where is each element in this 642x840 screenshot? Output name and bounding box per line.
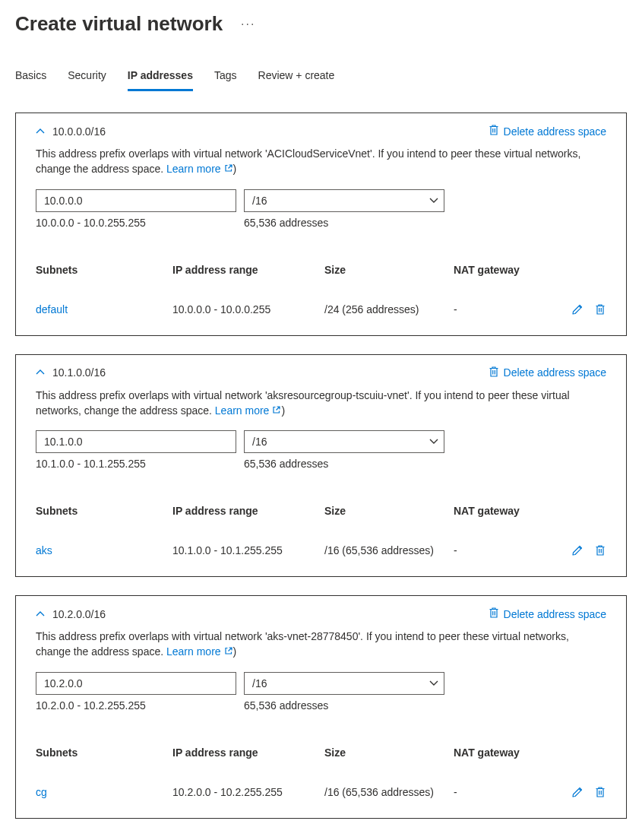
delete-label: Delete address space	[504, 125, 606, 138]
tab-basics[interactable]: Basics	[15, 66, 46, 91]
th-nat: NAT gateway	[454, 746, 545, 759]
subnet-range: 10.0.0.0 - 10.0.0.255	[172, 303, 324, 315]
external-link-icon	[272, 403, 281, 418]
address-space-card: 10.1.0.0/16 Delete address space This ad…	[15, 354, 627, 578]
subnet-table: Subnets IP address range Size NAT gatewa…	[36, 496, 606, 563]
trash-icon	[489, 607, 499, 621]
tab-review-create[interactable]: Review + create	[258, 66, 335, 91]
trash-icon	[594, 303, 606, 315]
prefix-mask-select[interactable]: /16	[244, 189, 444, 212]
tab-label: Security	[68, 69, 106, 81]
subnet-table: Subnets IP address range Size NAT gatewa…	[36, 255, 606, 322]
subnet-name-link[interactable]: default	[36, 303, 172, 315]
subnet-row: cg 10.2.0.0 - 10.2.255.255 /16 (65,536 a…	[36, 780, 606, 804]
th-subnets: Subnets	[36, 746, 172, 759]
prefix-mask-value: /16	[252, 436, 267, 448]
th-nat: NAT gateway	[454, 264, 545, 276]
trash-icon	[489, 124, 499, 138]
learn-more-link[interactable]: Learn more	[215, 403, 282, 418]
overlap-warning: This address prefix overlaps with virtua…	[36, 629, 606, 660]
edit-subnet-button[interactable]	[571, 303, 583, 315]
subnet-row: aks 10.1.0.0 - 10.1.255.255 /16 (65,536 …	[36, 538, 606, 563]
learn-more-label: Learn more	[166, 644, 221, 659]
address-space-cidr: 10.1.0.0/16	[52, 366, 106, 379]
tabs: Basics Security IP addresses Tags Review…	[15, 66, 627, 91]
overlap-warning-text: This address prefix overlaps with virtua…	[36, 630, 569, 658]
overlap-warning-text: This address prefix overlaps with virtua…	[36, 389, 570, 417]
delete-address-space-button[interactable]: Delete address space	[489, 607, 606, 621]
pencil-icon	[571, 786, 583, 798]
edit-subnet-button[interactable]	[571, 544, 583, 556]
subnet-header-row: Subnets IP address range Size NAT gatewa…	[36, 255, 606, 285]
overlap-warning: This address prefix overlaps with virtua…	[36, 388, 606, 419]
subnet-header-row: Subnets IP address range Size NAT gatewa…	[36, 737, 606, 768]
address-range-text: 10.0.0.0 - 10.0.255.255	[36, 217, 244, 229]
address-range-text: 10.2.0.0 - 10.2.255.255	[36, 699, 244, 712]
tab-security[interactable]: Security	[68, 66, 106, 91]
collapse-icon[interactable]	[36, 610, 45, 619]
address-space-card: 10.2.0.0/16 Delete address space This ad…	[15, 595, 627, 819]
th-size: Size	[324, 264, 454, 276]
learn-more-link[interactable]: Learn more	[166, 644, 233, 659]
th-subnets: Subnets	[36, 505, 172, 517]
delete-label: Delete address space	[504, 608, 606, 620]
trash-icon	[594, 786, 606, 798]
delete-address-space-button[interactable]: Delete address space	[489, 366, 606, 380]
delete-subnet-button[interactable]	[594, 544, 606, 556]
subnet-table: Subnets IP address range Size NAT gatewa…	[36, 737, 606, 804]
tab-ip-addresses[interactable]: IP addresses	[128, 66, 193, 91]
address-count-text: 65,536 addresses	[244, 699, 328, 712]
th-range: IP address range	[172, 746, 324, 759]
th-nat: NAT gateway	[454, 505, 545, 517]
collapse-icon[interactable]	[36, 368, 45, 377]
edit-subnet-button[interactable]	[571, 786, 583, 798]
address-count-text: 65,536 addresses	[244, 217, 328, 229]
more-icon[interactable]: ···	[241, 17, 255, 31]
tab-label: Basics	[15, 69, 46, 81]
subnet-name-link[interactable]: aks	[36, 544, 172, 556]
th-size: Size	[324, 746, 454, 759]
subnet-size: /16 (65,536 addresses)	[324, 786, 454, 798]
subnet-header-row: Subnets IP address range Size NAT gatewa…	[36, 496, 606, 526]
subnet-range: 10.1.0.0 - 10.1.255.255	[172, 544, 324, 556]
pencil-icon	[571, 544, 583, 556]
delete-subnet-button[interactable]	[594, 786, 606, 798]
address-prefix-input[interactable]	[36, 189, 236, 212]
trash-icon	[594, 544, 606, 556]
learn-more-label: Learn more	[215, 403, 270, 418]
th-size: Size	[324, 505, 454, 517]
address-prefix-input[interactable]	[36, 430, 236, 453]
address-prefix-input[interactable]	[36, 672, 236, 695]
subnet-name-link[interactable]: cg	[36, 786, 172, 798]
tab-tags[interactable]: Tags	[214, 66, 237, 91]
subnet-nat: -	[454, 544, 545, 556]
subnet-nat: -	[454, 303, 545, 315]
address-space-cidr: 10.0.0.0/16	[52, 125, 106, 138]
overlap-warning: This address prefix overlaps with virtua…	[36, 146, 606, 177]
prefix-mask-select[interactable]: /16	[244, 430, 444, 453]
delete-address-space-button[interactable]: Delete address space	[489, 124, 606, 138]
address-range-text: 10.1.0.0 - 10.1.255.255	[36, 458, 244, 470]
th-range: IP address range	[172, 264, 324, 276]
paren-close: )	[281, 404, 285, 417]
th-subnets: Subnets	[36, 264, 172, 276]
delete-subnet-button[interactable]	[594, 303, 606, 315]
external-link-icon	[224, 161, 233, 176]
subnet-size: /16 (65,536 addresses)	[324, 544, 454, 556]
subnet-row: default 10.0.0.0 - 10.0.0.255 /24 (256 a…	[36, 297, 606, 322]
subnet-size: /24 (256 addresses)	[324, 303, 454, 315]
address-space-card: 10.0.0.0/16 Delete address space This ad…	[15, 113, 627, 336]
delete-label: Delete address space	[504, 366, 606, 379]
tab-label: Tags	[214, 69, 237, 81]
collapse-icon[interactable]	[36, 127, 45, 136]
subnet-range: 10.2.0.0 - 10.2.255.255	[172, 786, 324, 798]
learn-more-link[interactable]: Learn more	[166, 161, 233, 176]
trash-icon	[489, 366, 499, 380]
subnet-nat: -	[454, 786, 545, 798]
prefix-mask-select[interactable]: /16	[244, 672, 444, 695]
address-count-text: 65,536 addresses	[244, 458, 328, 470]
overlap-warning-text: This address prefix overlaps with virtua…	[36, 147, 580, 175]
paren-close: )	[233, 163, 237, 175]
tab-label: Review + create	[258, 69, 335, 81]
th-range: IP address range	[172, 505, 324, 517]
